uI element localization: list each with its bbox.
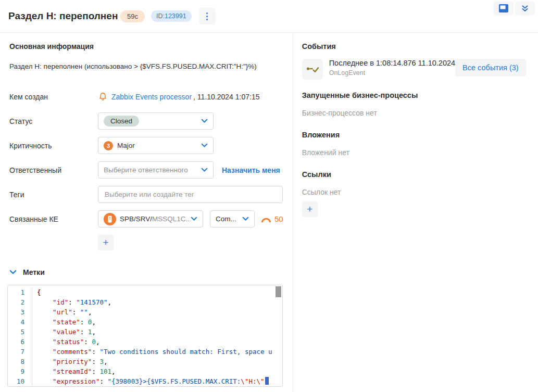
kebab-menu-icon [206, 12, 208, 14]
id-label: ID: [156, 12, 165, 20]
code-line: 2 "id": "141570", [8, 297, 282, 307]
main-info-title: Основная информация [9, 42, 283, 50]
code-line: 1{ [8, 287, 282, 297]
assign-me-link[interactable]: Назначить меня [222, 166, 280, 174]
severity-level-badge: 3 [104, 141, 113, 150]
duration-badge: 59с [120, 10, 145, 22]
tags-input[interactable] [98, 186, 283, 203]
assignee-select[interactable]: Выберите ответственного [98, 161, 214, 179]
editor-scrollbar-thumb[interactable] [276, 286, 281, 297]
links-empty: Ссылок нет [302, 188, 538, 196]
created-by-timestamp: , 11.10.2024 1:07:15 [193, 93, 259, 101]
chevron-down-icon [201, 143, 208, 148]
links-title: Ссылки [302, 170, 538, 179]
assignee-label: Ответственный [9, 166, 98, 174]
add-related-ci-button[interactable]: + [98, 235, 114, 250]
events-section-title: События [302, 42, 538, 50]
ci-weight-value: 50 [274, 214, 283, 223]
header: Раздел H: переполнен 59с ID:123991 [0, 0, 538, 33]
code-line: 10 "expression": "{398003}>{$VFS.FS.PUSE… [8, 376, 282, 386]
arc-gauge-icon [261, 216, 271, 222]
id-value: 123991 [165, 12, 186, 20]
created-by-label: Кем создан [9, 93, 98, 101]
main-content: Основная информация Раздел H: переполнен… [0, 33, 538, 392]
incident-description: Раздел H: переполнен (использовано > {$V… [9, 62, 283, 71]
event-icon-box [302, 59, 323, 80]
code-line: 7 "comments": "Two conditions should mat… [8, 347, 282, 357]
assignee-row: Ответственный Выберите ответственного На… [9, 161, 283, 179]
related-ci-value: SPB/SRV/MSSQL1C... [120, 215, 191, 223]
all-events-button[interactable]: Все события (3) [455, 59, 526, 77]
page-title: Раздел H: переполнен [8, 10, 119, 22]
status-label: Статус [9, 117, 98, 125]
id-badge: ID:123991 [151, 10, 192, 22]
severity-select[interactable]: 3 Major [98, 137, 214, 154]
tags-row: Теги [9, 186, 283, 203]
log-event-icon [306, 64, 319, 75]
last-event-text: Последнее в 1:08:14.876 11.10.2024 [329, 59, 455, 67]
popout-window-button[interactable] [494, 1, 514, 16]
event-type: OnLogEvent [329, 69, 455, 77]
incident-page: Раздел H: переполнен 59с ID:123991 [0, 0, 538, 392]
double-chevron-down-icon [521, 5, 529, 12]
code-editor-lines: 1{2 "id": "141570",3 "url": "",4 "state"… [8, 287, 282, 386]
server-icon [104, 213, 116, 225]
severity-value: Major [117, 142, 135, 149]
kebab-menu-button[interactable] [199, 8, 216, 24]
add-link-button[interactable]: + [302, 201, 318, 217]
tags-label: Теги [9, 191, 98, 199]
severity-row: Критичность 3 Major [9, 137, 283, 154]
status-value-pill: Closed [104, 116, 139, 127]
bell-icon [98, 92, 108, 102]
labels-section-toggle[interactable]: Метки [9, 268, 283, 276]
side-panel: События Последнее в 1:08:14.876 11.10.20… [293, 33, 538, 392]
last-event-row: Последнее в 1:08:14.876 11.10.2024 OnLog… [302, 59, 538, 80]
related-ci-row: Связанные КЕ SPB/SRV/MSSQL1C... Com... [9, 210, 283, 227]
code-line: 9 "streamId": 101, [8, 366, 282, 376]
related-ci-select[interactable]: SPB/SRV/MSSQL1C... [98, 210, 203, 227]
chevron-down-icon [201, 119, 208, 123]
attachments-empty: Вложений нет [302, 148, 538, 157]
created-by-row: Кем создан Zabbix Events processor , 11.… [9, 88, 283, 105]
status-row: Статус Closed [9, 112, 283, 130]
assignee-placeholder: Выберите ответственного [104, 166, 188, 174]
code-line: 4 "state": 0, [8, 317, 282, 327]
chevron-down-icon [9, 270, 17, 275]
code-line: 5 "value": 1, [8, 327, 282, 337]
attachments-title: Вложения [302, 131, 538, 139]
created-by-value: Zabbix Events processor , 11.10.2024 1:0… [98, 92, 260, 102]
collapse-panel-button[interactable] [515, 1, 535, 16]
business-processes-title: Запущенные бизнес-процессы [302, 91, 538, 99]
main-info-panel: Основная информация Раздел H: переполнен… [0, 33, 293, 392]
created-by-source-link[interactable]: Zabbix Events processor [111, 93, 192, 101]
code-line: 8 "priority": 3, [8, 357, 282, 366]
ci-relation-value: Com... [216, 215, 236, 223]
labels-code-editor[interactable]: 1{2 "id": "141570",3 "url": "",4 "state"… [7, 285, 283, 387]
severity-label: Критичность [9, 142, 98, 150]
ci-relation-select[interactable]: Com... [210, 210, 255, 227]
chevron-down-icon [191, 217, 197, 221]
code-line: 3 "url": "", [8, 307, 282, 317]
business-processes-empty: Бизнес-процессов нет [302, 109, 538, 117]
chevron-down-icon [242, 217, 249, 221]
ci-weight: 50 [261, 214, 283, 223]
chevron-down-icon [201, 168, 208, 172]
code-line: 6 "status": 0, [8, 337, 282, 347]
related-ci-label: Связанные КЕ [9, 215, 98, 223]
window-icon [498, 4, 509, 13]
labels-section-title: Метки [23, 268, 45, 276]
window-actions [494, 1, 535, 16]
status-select[interactable]: Closed [98, 112, 214, 130]
